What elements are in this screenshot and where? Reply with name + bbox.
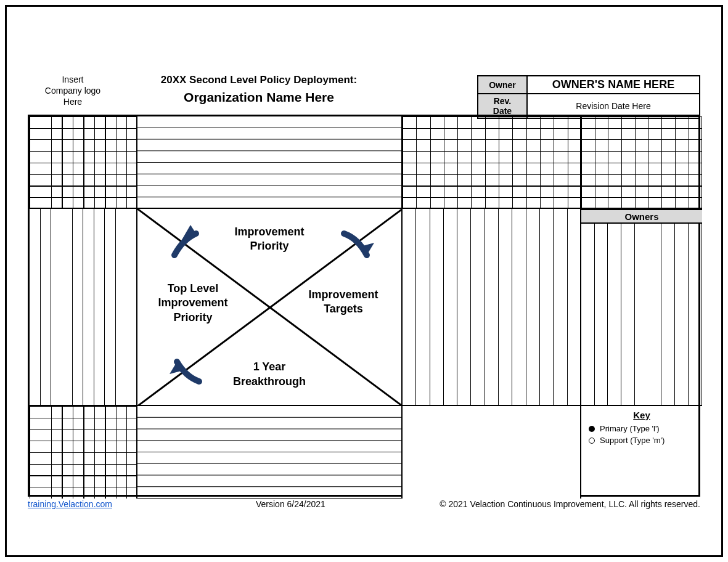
x-matrix-center: ImprovementPriority ImprovementTargets 1… (137, 209, 403, 406)
improvement-targets-correlation[interactable] (403, 209, 581, 406)
title-line-2: Organization Name Here (123, 90, 395, 105)
key-support-row: Support (Type 'm') (589, 436, 695, 445)
x-label-bottom: 1 YearBreakthrough (137, 360, 401, 389)
blank-cell (403, 406, 581, 499)
grid-top-left[interactable] (30, 116, 137, 209)
owners-column[interactable]: Owners (581, 209, 702, 406)
logo-placeholder: InsertCompany logoHere (30, 74, 116, 108)
key-primary-row: Primary (Type 'l') (589, 424, 695, 433)
key-title: Key (589, 410, 695, 420)
top-level-priority-correlation[interactable] (30, 209, 137, 406)
grid-bottom-left[interactable] (30, 406, 137, 499)
owner-value[interactable]: OWNER'S NAME HERE (527, 76, 700, 94)
owners-header: Owners (581, 209, 702, 224)
footer: training.Velaction.com Version 6/24/2021… (28, 499, 700, 509)
title-block: 20XX Second Level Policy Deployment: Org… (123, 74, 395, 105)
grid-top-c[interactable] (403, 116, 581, 209)
x-label-left: Top LevelImprovementPriority (144, 282, 242, 325)
open-circle-icon (589, 438, 595, 444)
key-box: Key Primary (Type 'l') Support (Type 'm'… (581, 406, 702, 499)
x-label-right: ImprovementTargets (294, 288, 393, 317)
key-primary-label: Primary (Type 'l') (600, 424, 660, 433)
grid-top-right[interactable] (581, 116, 702, 209)
footer-version: Version 6/24/2021 (256, 499, 325, 509)
key-support-label: Support (Type 'm') (600, 436, 665, 445)
x-label-top: ImprovementPriority (137, 225, 401, 254)
title-line-1: 20XX Second Level Policy Deployment: (123, 74, 395, 86)
footer-copyright: © 2021 Velaction Continuous Improvement,… (440, 499, 700, 509)
owner-table: Owner OWNER'S NAME HERE Rev. Date Revisi… (477, 75, 700, 119)
improvement-priority-list[interactable] (137, 116, 403, 209)
owner-label: Owner (478, 76, 527, 94)
footer-link[interactable]: training.Velaction.com (28, 499, 112, 509)
x-matrix-frame: ImprovementPriority ImprovementTargets 1… (28, 115, 700, 497)
breakthrough-list[interactable] (137, 406, 403, 499)
filled-circle-icon (589, 426, 595, 432)
